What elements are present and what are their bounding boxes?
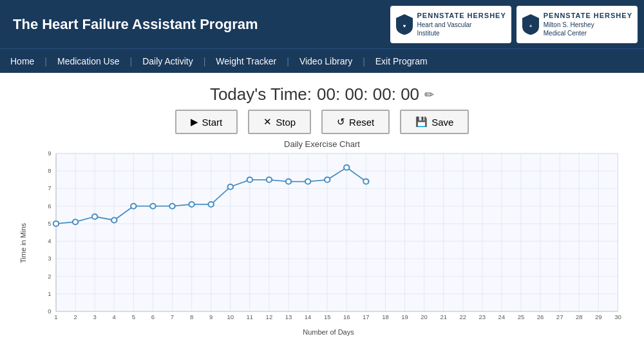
stop-button[interactable]: ✕ Stop xyxy=(248,110,311,134)
logo-heart-text: PENNSTATE HERSHEY Heart and Vascular Ins… xyxy=(417,11,506,37)
svg-point-96 xyxy=(286,179,291,184)
main-content: Today's Time: 00: 00: 00: 00 ✏ ▶ Start ✕… xyxy=(0,73,644,342)
svg-text:18: 18 xyxy=(382,314,389,320)
svg-text:13: 13 xyxy=(285,314,292,320)
reset-label: Reset xyxy=(349,117,374,128)
app-header: The Heart Failure Assistant Program ♥ PE… xyxy=(0,0,644,48)
svg-text:25: 25 xyxy=(518,314,525,320)
svg-text:23: 23 xyxy=(479,314,486,320)
svg-text:+: + xyxy=(529,23,532,29)
svg-text:29: 29 xyxy=(595,314,602,320)
edit-timer-icon[interactable]: ✏ xyxy=(424,88,434,102)
svg-point-85 xyxy=(73,219,78,224)
save-button[interactable]: 💾 Save xyxy=(400,110,469,134)
timer-label: Today's Time: xyxy=(210,84,312,104)
reset-button[interactable]: ↺ Reset xyxy=(321,110,390,134)
svg-text:30: 30 xyxy=(614,314,621,320)
svg-text:8: 8 xyxy=(190,314,193,320)
svg-text:3: 3 xyxy=(93,314,97,320)
svg-text:2: 2 xyxy=(48,273,51,280)
nav-video-library[interactable]: Video Library xyxy=(289,49,363,73)
medical-center-shield-icon: + xyxy=(522,14,540,35)
svg-text:11: 11 xyxy=(247,314,254,320)
timer-value: 00: 00: 00: 00 xyxy=(317,84,419,104)
timer-row: Today's Time: 00: 00: 00: 00 ✏ xyxy=(13,84,631,104)
chart-container: 0 1 2 3 4 5 6 7 xyxy=(32,150,625,336)
svg-text:9: 9 xyxy=(209,314,213,320)
reset-icon: ↺ xyxy=(337,116,345,128)
svg-text:5: 5 xyxy=(132,314,135,320)
controls-row: ▶ Start ✕ Stop ↺ Reset 💾 Save xyxy=(13,110,631,134)
heart-institute-shield-icon: ♥ xyxy=(395,14,413,35)
svg-text:4: 4 xyxy=(113,314,116,320)
start-button[interactable]: ▶ Start xyxy=(175,110,238,134)
svg-text:16: 16 xyxy=(343,314,350,320)
svg-text:28: 28 xyxy=(576,314,583,320)
svg-point-84 xyxy=(53,221,59,226)
start-label: Start xyxy=(202,117,223,128)
svg-text:24: 24 xyxy=(498,314,506,320)
x-axis-label: Number of Days xyxy=(32,328,625,336)
svg-text:21: 21 xyxy=(440,314,447,320)
svg-text:0: 0 xyxy=(48,308,51,315)
svg-text:6: 6 xyxy=(151,314,155,320)
exercise-chart: 0 1 2 3 4 5 6 7 xyxy=(32,150,625,324)
svg-text:9: 9 xyxy=(48,150,51,157)
svg-text:8: 8 xyxy=(48,168,51,174)
svg-point-100 xyxy=(363,179,368,184)
stop-label: Stop xyxy=(276,117,296,128)
stop-icon: ✕ xyxy=(263,116,272,128)
svg-point-94 xyxy=(247,177,252,182)
svg-point-90 xyxy=(169,204,175,209)
svg-rect-2 xyxy=(56,153,618,311)
save-icon: 💾 xyxy=(415,116,428,128)
play-icon: ▶ xyxy=(191,116,198,128)
y-axis-label: Time in Mins xyxy=(19,223,31,263)
nav-weight-tracker[interactable]: Weight Tracker xyxy=(205,49,287,73)
svg-point-92 xyxy=(208,202,213,207)
svg-point-97 xyxy=(305,179,310,184)
svg-text:22: 22 xyxy=(459,314,466,320)
nav-daily-activity[interactable]: Daily Activity xyxy=(132,49,204,73)
svg-text:1: 1 xyxy=(54,314,57,320)
svg-text:26: 26 xyxy=(537,314,544,320)
svg-text:12: 12 xyxy=(266,314,273,320)
svg-text:4: 4 xyxy=(48,238,51,244)
nav-exit-program[interactable]: Exit Program xyxy=(365,49,438,73)
svg-text:♥: ♥ xyxy=(402,23,406,29)
svg-point-91 xyxy=(189,202,194,207)
svg-point-86 xyxy=(92,214,97,219)
svg-point-89 xyxy=(150,204,155,209)
svg-text:7: 7 xyxy=(48,186,51,192)
chart-title: Daily Exercise Chart xyxy=(13,139,631,149)
logo-medical-text: PENNSTATE HERSHEY Milton S. Hershey Medi… xyxy=(544,11,632,37)
app-title: The Heart Failure Assistant Program xyxy=(6,16,384,33)
svg-text:7: 7 xyxy=(171,314,174,320)
svg-text:19: 19 xyxy=(401,314,408,320)
svg-text:10: 10 xyxy=(227,314,234,320)
svg-text:27: 27 xyxy=(556,314,564,320)
svg-text:2: 2 xyxy=(73,314,77,320)
svg-point-95 xyxy=(267,177,272,182)
main-nav: Home | Medication Use | Daily Activity |… xyxy=(0,48,644,73)
svg-point-98 xyxy=(325,177,330,182)
svg-text:17: 17 xyxy=(363,314,370,320)
save-label: Save xyxy=(431,117,453,128)
logo-hershey-medical: + PENNSTATE HERSHEY Milton S. Hershey Me… xyxy=(516,6,638,43)
timer-display: Today's Time: 00: 00: 00: 00 ✏ xyxy=(210,84,434,104)
svg-point-93 xyxy=(228,184,233,190)
svg-text:6: 6 xyxy=(48,203,51,210)
logo-hershey-heart: ♥ PENNSTATE HERSHEY Heart and Vascular I… xyxy=(390,6,511,43)
svg-text:1: 1 xyxy=(48,291,51,297)
svg-point-88 xyxy=(131,204,136,209)
chart-area: Time in Mins 0 1 2 3 xyxy=(19,150,625,336)
nav-medication-use[interactable]: Medication Use xyxy=(47,49,130,73)
svg-text:20: 20 xyxy=(421,314,428,320)
svg-text:14: 14 xyxy=(305,314,312,320)
svg-text:15: 15 xyxy=(324,314,331,320)
svg-point-87 xyxy=(111,217,117,222)
nav-home[interactable]: Home xyxy=(0,49,44,73)
svg-text:3: 3 xyxy=(48,256,51,262)
svg-text:5: 5 xyxy=(48,221,51,227)
svg-point-99 xyxy=(344,165,349,170)
